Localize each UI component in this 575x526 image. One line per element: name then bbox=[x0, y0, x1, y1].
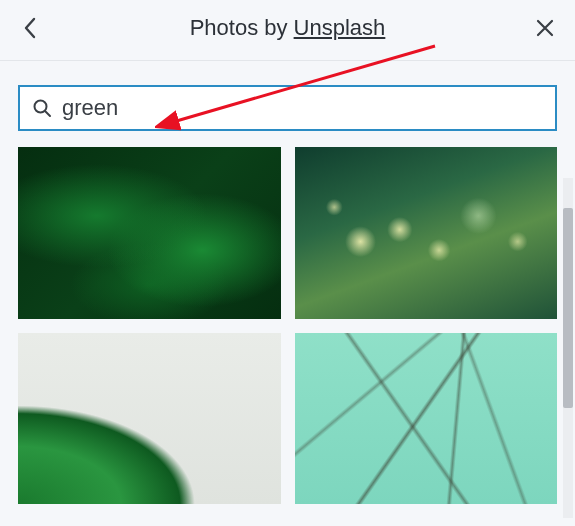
provider-link[interactable]: Unsplash bbox=[294, 15, 386, 40]
back-button[interactable] bbox=[16, 14, 44, 42]
search-box[interactable] bbox=[18, 85, 557, 131]
results-grid bbox=[0, 147, 575, 522]
dialog-header: Photos by Unsplash bbox=[0, 0, 575, 61]
result-thumbnail[interactable] bbox=[295, 333, 558, 505]
search-input[interactable] bbox=[62, 95, 543, 121]
close-icon bbox=[536, 19, 554, 37]
close-button[interactable] bbox=[531, 14, 559, 42]
result-thumbnail[interactable] bbox=[18, 147, 281, 319]
scrollbar[interactable] bbox=[563, 178, 573, 518]
title-prefix: Photos by bbox=[190, 15, 294, 40]
result-thumbnail[interactable] bbox=[295, 147, 558, 319]
search-container bbox=[0, 61, 575, 147]
chevron-left-icon bbox=[23, 17, 37, 39]
search-icon bbox=[32, 98, 52, 118]
dialog-title: Photos by Unsplash bbox=[44, 15, 531, 41]
result-thumbnail[interactable] bbox=[18, 333, 281, 505]
scrollbar-thumb[interactable] bbox=[563, 208, 573, 408]
